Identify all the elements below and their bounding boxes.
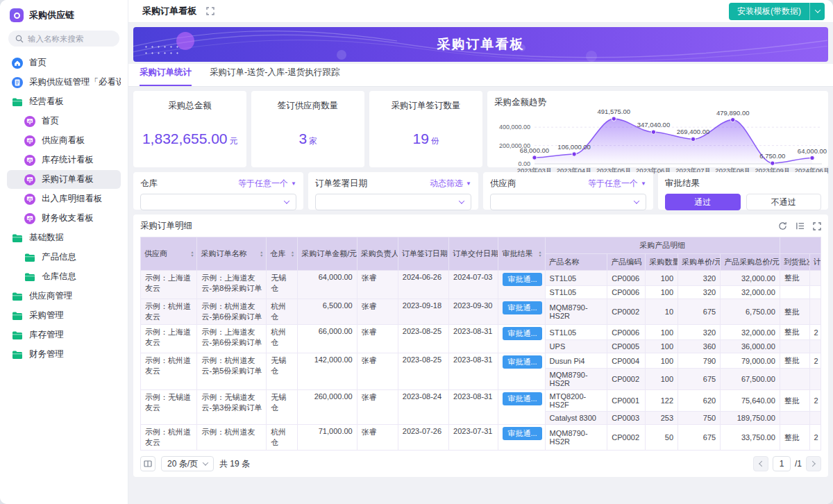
install-template-button[interactable]: 安装模板(带数据)	[729, 3, 809, 20]
approval-pass-button[interactable]: 通过	[665, 194, 741, 210]
sidebar-item-6[interactable]: 采购订单看板	[7, 170, 121, 189]
svg-text:106,000.00: 106,000.00	[557, 143, 591, 151]
sort-icon[interactable]: ▴▾	[292, 251, 294, 257]
cell-order-name: 示例：杭州道友云-第5份采购订单	[197, 353, 267, 390]
cell-total-price: 33,750.00	[721, 425, 780, 451]
filter-operator-link[interactable]: 动态筛选▼	[430, 178, 471, 190]
doc-icon	[11, 76, 24, 89]
folder-icon	[11, 348, 24, 361]
approval-badge: 审批通...	[503, 427, 541, 440]
tab-order-tracking[interactable]: 采购订单-送货-入库-退货执行跟踪	[210, 67, 340, 86]
folder-icon	[11, 310, 24, 322]
row-height-icon[interactable]	[796, 221, 805, 230]
stat-value: 1,832,655.00	[142, 131, 228, 146]
svg-text:64,000.00: 64,000.00	[798, 147, 827, 155]
folder-icon	[11, 329, 24, 342]
sidebar-item-8[interactable]: 财务收支看板	[7, 209, 121, 228]
table-title: 采购订单明细	[140, 220, 192, 232]
filter-operator-link[interactable]: 等于任意一个▼	[588, 178, 646, 190]
cell-product-name: MQM8790-HS2R	[545, 369, 607, 390]
sort-icon[interactable]: ▴▾	[260, 251, 262, 257]
cell-amount: 260,000.00	[298, 390, 357, 425]
next-page-button[interactable]	[806, 456, 821, 471]
column-header[interactable]: 订单交付日期▴▾	[449, 237, 498, 271]
search-icon	[15, 35, 24, 43]
cell-product-name: MQM8790-HS2R	[545, 425, 607, 451]
sidebar-item-5[interactable]: 库存统计看板	[7, 151, 121, 169]
page-number-input[interactable]: 1	[773, 456, 791, 471]
stat-card-total-amount: 采购总金额 1,832,655.00元	[133, 91, 246, 167]
sidebar-item-label: 出入库明细看板	[42, 193, 103, 205]
column-header[interactable]: 采购订单名称▴▾	[197, 237, 267, 271]
column-header[interactable]: 采购负责人▴▾	[357, 237, 398, 271]
sidebar-item-13[interactable]: 采购管理	[7, 306, 121, 325]
refresh-icon[interactable]	[778, 221, 787, 230]
sidebar-item-9[interactable]: 基础数据	[7, 228, 121, 247]
sidebar-item-label: 库存管理	[29, 329, 64, 341]
cell-product-name: ST1L05	[545, 325, 607, 340]
sidebar-item-14[interactable]: 库存管理	[7, 326, 121, 344]
sort-icon[interactable]: ▴▾	[191, 251, 193, 257]
cell-clipped: 2	[809, 390, 821, 412]
fullscreen-icon[interactable]	[813, 222, 821, 230]
page-size-select[interactable]: 20 条/页	[161, 456, 214, 471]
sidebar-item-11[interactable]: 仓库信息	[7, 267, 121, 286]
sort-icon[interactable]: ▴▾	[539, 251, 541, 257]
sidebar-item-7[interactable]: 出入库明细看板	[7, 190, 121, 208]
cell-clipped: 2	[809, 425, 821, 451]
column-header[interactable]: 审批结果▴▾	[498, 237, 545, 271]
cell-total-price: 32,000.00	[721, 271, 780, 286]
cell-clipped: 2	[809, 325, 821, 340]
chart-title: 采购金额趋势	[494, 96, 821, 108]
cell-qty: 100	[646, 286, 678, 299]
search-input[interactable]	[28, 35, 111, 43]
product-column-header[interactable]: 到货批次	[780, 254, 809, 271]
stat-label: 采购订单签订数量	[369, 100, 482, 112]
chevron-down-icon	[634, 198, 639, 203]
order-detail-card: 采购订单明细 供应商▴▾采购订单名称▴▾仓库▴▾采购订单金额/元▴▾采购负责人▴…	[133, 215, 828, 477]
sidebar-item-2[interactable]: 经营看板	[7, 92, 121, 111]
sidebar-item-1[interactable]: 采购供应链管理「必看说明」	[7, 73, 121, 92]
sidebar-item-10[interactable]: 产品信息	[7, 248, 121, 267]
column-header[interactable]: 供应商▴▾	[141, 237, 197, 271]
product-column-header[interactable]: 产品编码	[607, 254, 646, 271]
product-column-header[interactable]: 采购数量	[646, 254, 678, 271]
filter-approval-result: 审批结果 通过 不通过	[658, 172, 828, 210]
sidebar-item-4[interactable]: 供应商看板	[7, 131, 121, 150]
product-column-header[interactable]: 计	[809, 254, 821, 271]
cell-total-price: 79,000.00	[721, 353, 780, 369]
sign-date-select[interactable]	[315, 194, 471, 210]
sidebar-item-3[interactable]: 首页	[7, 112, 121, 131]
sidebar-item-15[interactable]: 财务管理	[7, 345, 121, 364]
column-settings-button[interactable]	[140, 456, 155, 471]
column-header[interactable]: 采购订单金额/元▴▾	[298, 237, 357, 271]
table-row: 示例：上海道友云示例：上海道友云-第8份采购订单无锡仓64,000.00张睿20…	[141, 271, 821, 286]
cell-product-code: CP0006	[607, 271, 646, 286]
prev-page-button[interactable]	[753, 456, 768, 471]
cell-batch	[780, 286, 809, 299]
sidebar-item-0[interactable]: 首页	[7, 53, 121, 72]
sidebar-search[interactable]	[8, 31, 119, 47]
column-header[interactable]: 仓库▴▾	[267, 237, 298, 271]
product-column-header[interactable]: 产品采购总价/元	[721, 254, 780, 271]
page-tab[interactable]: 采购订单看板	[142, 5, 196, 17]
product-column-header[interactable]: 采购单价/元	[678, 254, 721, 271]
install-template-caret-button[interactable]	[809, 3, 825, 20]
cell-unit-price: 320	[678, 325, 721, 340]
expand-icon[interactable]	[206, 7, 214, 15]
sidebar-item-label: 采购供应链管理「必看说明」	[29, 76, 121, 88]
cell-order-name: 示例：杭州道友云-第6份采购订单	[197, 299, 267, 325]
supplier-select[interactable]	[490, 194, 646, 210]
sidebar-item-12[interactable]: 供应商管理	[7, 287, 121, 305]
purchase-order-table: 供应商▴▾采购订单名称▴▾仓库▴▾采购订单金额/元▴▾采购负责人▴▾订单签订日期…	[140, 237, 821, 451]
product-column-header[interactable]: 产品名称	[545, 254, 607, 271]
sidebar-item-label: 库存统计看板	[42, 154, 94, 166]
warehouse-select[interactable]	[140, 194, 296, 210]
tab-order-statistics[interactable]: 采购订单统计	[140, 67, 192, 86]
cell-deliver-date: 2024-07-03	[449, 271, 498, 299]
page-total: /1	[795, 459, 802, 469]
approval-fail-button[interactable]: 不通过	[746, 194, 822, 210]
filter-operator-link[interactable]: 等于任意一个▼	[238, 178, 296, 190]
triangle-down-icon: ▼	[466, 180, 471, 187]
column-header[interactable]: 订单签订日期▾	[398, 237, 448, 271]
